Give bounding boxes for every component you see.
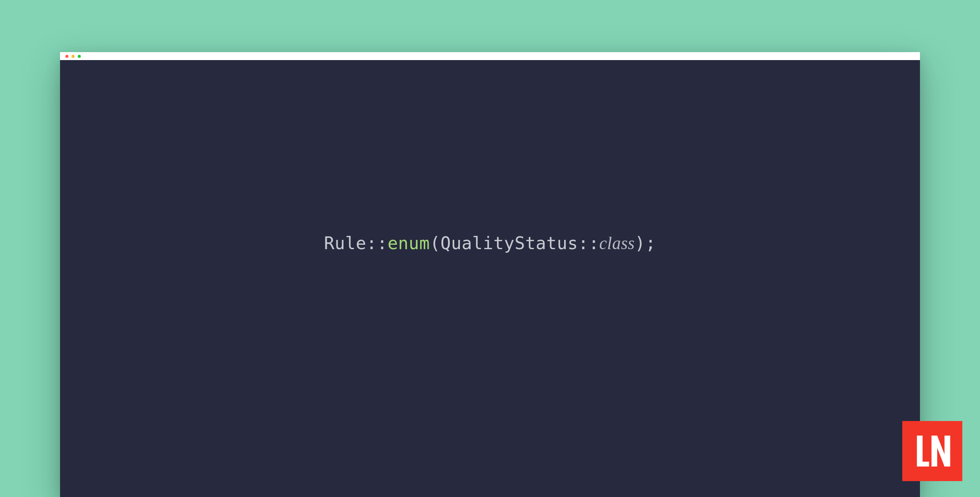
editor-window: Rule::enum(QualityStatus::class);	[60, 52, 920, 497]
code-token-paren-close: )	[635, 233, 645, 253]
code-token-semicolon: ;	[645, 233, 656, 253]
close-icon[interactable]	[65, 55, 68, 58]
minimize-icon[interactable]	[72, 55, 75, 58]
ln-logo-icon	[912, 431, 953, 471]
code-token-class: Rule	[324, 233, 366, 253]
window-titlebar	[60, 52, 920, 60]
code-token-paren-open: (	[430, 233, 441, 253]
code-token-keyword: class	[599, 234, 635, 253]
maximize-icon[interactable]	[78, 55, 81, 58]
code-token-scope: ::	[578, 233, 599, 253]
code-token-scope: ::	[366, 233, 388, 253]
code-token-param: QualityStatus	[441, 233, 578, 253]
laravel-news-logo	[902, 421, 962, 481]
editor-content: Rule::enum(QualityStatus::class);	[60, 60, 920, 497]
code-line: Rule::enum(QualityStatus::class);	[324, 233, 656, 253]
code-token-method: enum	[388, 233, 430, 253]
